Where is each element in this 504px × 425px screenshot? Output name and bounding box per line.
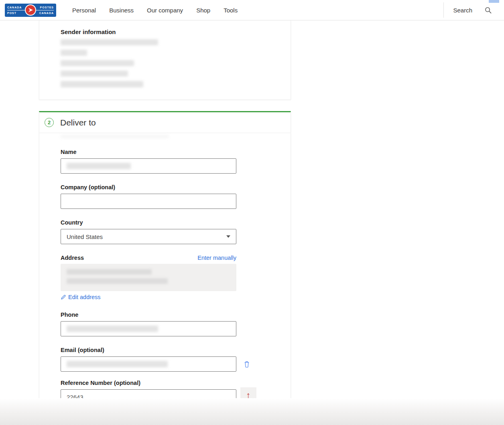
search-icon[interactable]	[484, 6, 492, 14]
nav-item-our-company[interactable]: Our company	[147, 7, 183, 14]
chevron-down-icon	[226, 235, 230, 238]
edit-address-label: Edit address	[68, 294, 101, 300]
company-input[interactable]	[61, 194, 236, 209]
name-label: Name	[61, 149, 274, 155]
redacted-text	[61, 39, 158, 45]
step-number-badge: 2	[45, 118, 54, 127]
page: CANADA POST POSTES CANADA Personal Busin…	[0, 0, 504, 425]
address-field-group: Address Enter manually Edit address	[61, 255, 274, 300]
nav-item-tools[interactable]: Tools	[224, 7, 238, 14]
search-button[interactable]: Search	[453, 7, 472, 14]
scrollbar-fragment	[489, 0, 499, 3]
page-footer	[0, 398, 504, 425]
name-input[interactable]	[61, 158, 236, 174]
name-field-group: Name	[61, 149, 274, 174]
address-label: Address	[61, 255, 84, 261]
redacted-text	[67, 361, 168, 367]
edit-address-link[interactable]: Edit address	[61, 294, 274, 300]
redacted-text	[67, 163, 131, 169]
country-field-group: Country United States	[61, 219, 274, 244]
redacted-text	[61, 135, 169, 138]
sender-information-card: Sender information	[39, 20, 291, 100]
redacted-text	[61, 60, 134, 66]
email-field-group: Email (optional)	[61, 347, 274, 372]
phone-input[interactable]	[61, 321, 236, 336]
redacted-text	[67, 326, 158, 332]
nav-item-shop[interactable]: Shop	[196, 7, 210, 14]
wing-emblem-icon	[25, 4, 36, 16]
nav-item-personal[interactable]: Personal	[72, 7, 96, 14]
logo-text: CANADA	[33, 12, 54, 14]
sender-information-title: Sender information	[61, 28, 274, 35]
enter-manually-link[interactable]: Enter manually	[197, 255, 236, 261]
deliver-to-header: 2 Deliver to	[39, 112, 291, 133]
redacted-text	[67, 269, 152, 275]
header-divider	[443, 2, 444, 18]
country-selected-value: United States	[67, 233, 103, 240]
address-display-box	[61, 264, 236, 291]
deliver-to-form: Name Company (optional) Country United S…	[39, 138, 291, 405]
email-label: Email (optional)	[61, 347, 274, 353]
deliver-to-title: Deliver to	[60, 118, 96, 128]
redacted-text	[61, 81, 143, 87]
canada-post-logo[interactable]: CANADA POST POSTES CANADA	[5, 4, 56, 17]
reference-label: Reference Number (optional)	[61, 380, 274, 386]
logo-text: POSTES	[33, 6, 54, 9]
top-nav-bar: CANADA POST POSTES CANADA Personal Busin…	[0, 0, 504, 20]
phone-field-group: Phone	[61, 312, 274, 336]
email-input[interactable]	[61, 356, 236, 372]
email-row	[61, 356, 274, 372]
country-label: Country	[61, 219, 274, 226]
address-label-row: Address Enter manually	[61, 255, 236, 261]
redacted-text	[67, 278, 168, 284]
redacted-text	[61, 50, 87, 56]
company-field-group: Company (optional)	[61, 184, 274, 209]
pencil-icon	[61, 294, 66, 300]
header-right: Search	[443, 2, 504, 18]
redacted-text	[61, 71, 128, 77]
deliver-to-card: 2 Deliver to Name Company (optional) Cou…	[39, 111, 291, 413]
nav-item-business[interactable]: Business	[109, 7, 134, 14]
company-label: Company (optional)	[61, 184, 274, 190]
country-select[interactable]: United States	[61, 229, 236, 244]
phone-label: Phone	[61, 312, 274, 318]
main-nav: Personal Business Our company Shop Tools	[72, 7, 238, 14]
trash-icon[interactable]	[244, 361, 250, 368]
sender-address-block	[61, 39, 274, 87]
